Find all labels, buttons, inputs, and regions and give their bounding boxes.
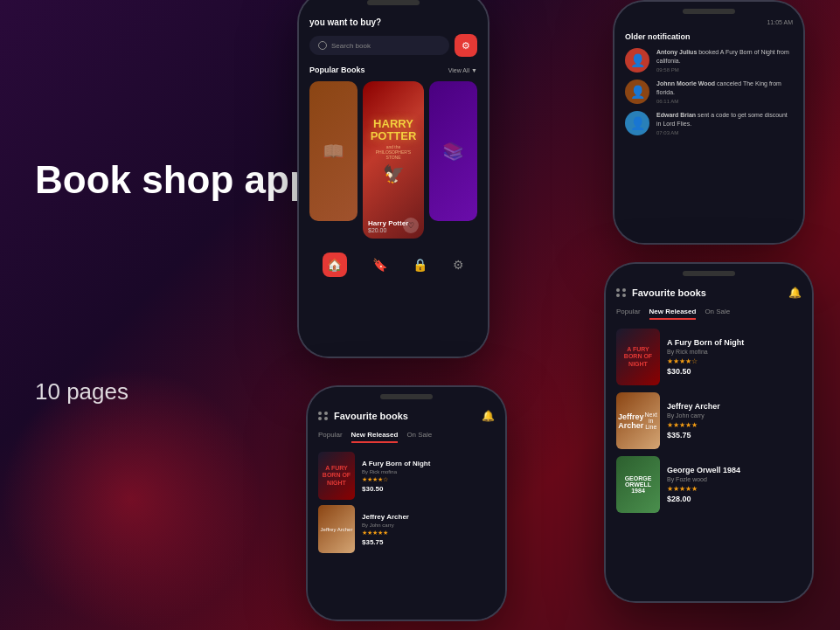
- phone-favourite-large: Favourite books 🔔 Popular New Released O…: [604, 262, 814, 603]
- stars-fury-large: ★★★★☆: [667, 357, 802, 365]
- home-nav-button[interactable]: 🏠: [323, 253, 347, 277]
- bookmark-nav-button[interactable]: 🔖: [372, 258, 387, 272]
- book-author-jeffrey-small: By John carry: [362, 523, 495, 528]
- notification-text-3: Edward Brian sent a code to get some dis…: [656, 111, 793, 135]
- harry-potter-title: HARRYPOTTER: [371, 118, 417, 143]
- stars-george-large: ★★★★★: [667, 485, 802, 493]
- search-input[interactable]: Search book: [309, 36, 449, 55]
- book-title-fury-small: A Fury Born of Night: [362, 460, 495, 467]
- books-row: 📖 HARRYPOTTER and thePHILOSOPHER'SSTONE …: [309, 81, 477, 239]
- tabs-large[interactable]: Popular New Released On Sale: [616, 308, 802, 320]
- featured-book[interactable]: HARRYPOTTER and thePHILOSOPHER'SSTONE 🦅 …: [363, 81, 424, 239]
- background-blob: [0, 368, 262, 630]
- book-item-george-large[interactable]: GEORGEORWELL1984 George Orwell 1984 By F…: [616, 456, 802, 513]
- popular-header: Popular Books View All ▼: [309, 66, 477, 74]
- tab-on-sale-small[interactable]: On Sale: [406, 431, 432, 443]
- fav-header-large: Favourite books 🔔: [616, 287, 802, 299]
- book-price-jeffrey-large: $35.75: [667, 431, 802, 440]
- book-author-george-large: By Fozle wood: [667, 476, 802, 482]
- tab-popular-small[interactable]: Popular: [318, 431, 343, 443]
- book-author-fury-large: By Rick mofina: [667, 349, 802, 355]
- filter-icon: ⚙: [462, 40, 470, 52]
- owl-icon: 🦅: [383, 163, 405, 184]
- avatar-3: 👤: [625, 111, 649, 135]
- fav-title-large: Favourite books: [632, 287, 706, 298]
- notification-item-2: 👤 Johnn Moorle Wood canceled The King fr…: [625, 80, 793, 104]
- search-placeholder: Search book: [331, 42, 371, 50]
- notification-text-2: Johnn Moorle Wood canceled The King from…: [656, 80, 793, 104]
- book-title-jeffrey-small: Jeffrey Archer: [362, 513, 495, 521]
- book-cover-jeffrey-large: JeffreyArcherNext in Line: [616, 392, 660, 449]
- book-cover-jeffrey-small: Jeffrey Archer: [318, 505, 355, 553]
- book-item-fury-small[interactable]: A FURY BORN OF NIGHT A Fury Born of Nigh…: [318, 452, 495, 500]
- notification-time: 11:05 AM: [625, 19, 793, 25]
- book-price-jeffrey-small: $35.75: [362, 538, 495, 546]
- book-price: $20.00: [368, 227, 408, 233]
- bell-icon-small[interactable]: 🔔: [482, 410, 495, 422]
- heart-button[interactable]: ♡: [403, 218, 419, 233]
- phone-notifications: 11:05 AM Older notification 👤 Antony Jul…: [613, 0, 805, 245]
- tab-new-released-small[interactable]: New Released: [351, 431, 399, 443]
- notification-item-1: 👤 Antony Julius booked A Fury Born of Ni…: [625, 48, 793, 73]
- popular-label: Popular Books: [309, 66, 365, 74]
- phone-favourite-small: Favourite books 🔔 Popular New Released O…: [306, 385, 507, 621]
- book-title-fury-large: A Fury Born of Night: [667, 338, 802, 347]
- side-book-2[interactable]: 📚: [429, 81, 477, 221]
- book-item-jeffrey-small[interactable]: Jeffrey Archer Jeffrey Archer By John ca…: [318, 505, 495, 553]
- book-item-jeffrey-large[interactable]: JeffreyArcherNext in Line Jeffrey Archer…: [616, 392, 802, 449]
- gear-nav-button[interactable]: ⚙: [453, 258, 464, 272]
- bottom-nav: 🏠 🔖 🔒 ⚙: [309, 247, 477, 282]
- book-author-fury-small: By Rick mofina: [362, 469, 495, 474]
- avatar-2: 👤: [625, 80, 649, 104]
- stars-jeffrey-large: ★★★★★: [667, 421, 802, 429]
- notification-text-1: Antony Julius booked A Fury Born of Nigh…: [656, 48, 793, 73]
- search-bar[interactable]: Search book ⚙: [309, 34, 477, 57]
- book-cover-fury-small: A FURY BORN OF NIGHT: [318, 452, 355, 500]
- book-title-george-large: George Orwell 1984: [667, 466, 802, 474]
- book-author-jeffrey-large: By John carry: [667, 412, 802, 419]
- side-book-1[interactable]: 📖: [309, 81, 358, 221]
- lock-nav-button[interactable]: 🔒: [413, 258, 427, 272]
- book-price-fury-small: $30.50: [362, 485, 495, 493]
- search-icon: [318, 41, 327, 50]
- avatar-1: 👤: [625, 48, 649, 73]
- bell-icon-large[interactable]: 🔔: [788, 287, 802, 299]
- stars-fury-small: ★★★★☆: [362, 476, 495, 483]
- tabs-small[interactable]: Popular New Released On Sale: [318, 431, 495, 443]
- stars-jeffrey-small: ★★★★★: [362, 530, 495, 537]
- view-all[interactable]: View All ▼: [448, 67, 477, 73]
- book-cover-fury-large: A FURY BORN OF NIGHT: [616, 329, 660, 385]
- book-price-george-large: $28.00: [667, 495, 802, 503]
- book-cover-george-large: GEORGEORWELL1984: [616, 456, 660, 513]
- fav-title-small: Favourite books: [334, 411, 408, 421]
- tab-popular-large[interactable]: Popular: [616, 308, 641, 320]
- fav-header-small: Favourite books 🔔: [318, 410, 495, 422]
- notification-item-3: 👤 Edward Brian sent a code to get some d…: [625, 111, 793, 135]
- older-notification-label: Older notification: [625, 32, 793, 41]
- tab-on-sale-large[interactable]: On Sale: [705, 308, 730, 320]
- tab-new-released-large[interactable]: New Released: [649, 308, 697, 320]
- menu-dots-icon[interactable]: [318, 412, 329, 420]
- book-item-fury-large[interactable]: A FURY BORN OF NIGHT A Fury Born of Nigh…: [616, 329, 802, 385]
- phone-bookshop: you want to buy? Search book ⚙ Popular B…: [297, 0, 489, 358]
- filter-button[interactable]: ⚙: [455, 34, 477, 57]
- harry-potter-subtitle: and thePHILOSOPHER'SSTONE: [376, 144, 411, 160]
- menu-dots-icon-large[interactable]: [616, 288, 627, 297]
- book-title-jeffrey-large: Jeffrey Archer: [667, 402, 802, 411]
- book-price-fury-large: $30.50: [667, 367, 802, 376]
- phone1-header: you want to buy?: [309, 17, 477, 27]
